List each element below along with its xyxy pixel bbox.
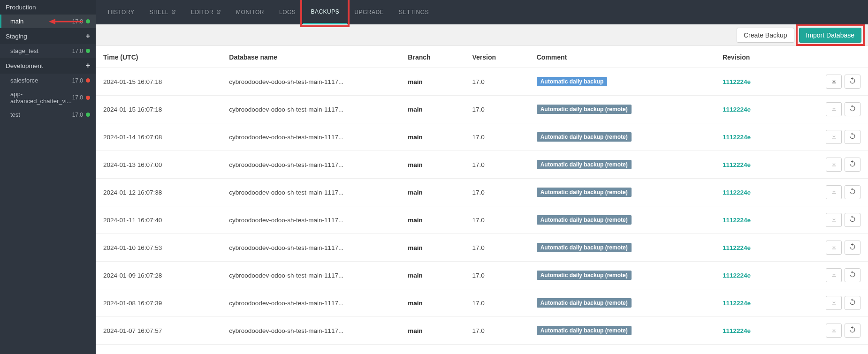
restore-button[interactable] (845, 75, 860, 89)
tab-settings[interactable]: SETTINGS (391, 0, 436, 24)
cell-revision: 1112224e (718, 68, 797, 96)
cell-revision: 1112224e (718, 206, 797, 234)
status-dot-icon (86, 49, 90, 53)
revision-link[interactable]: 1112224e (723, 217, 751, 224)
branch-name: main (408, 161, 423, 168)
sidebar-item-version: 17.0 (72, 18, 83, 25)
sidebar-item-meta: 17.0 (72, 18, 90, 25)
toolbar: Create Backup Import Database (96, 24, 868, 46)
cell-comment: Automatic daily backup (remote) (532, 289, 718, 317)
cell-time: 2024-01-14 16:07:08 (96, 123, 224, 151)
cell-actions (797, 234, 868, 262)
comment-badge: Automatic daily backup (remote) (537, 271, 632, 280)
revision-link[interactable]: 1112224e (723, 78, 751, 85)
table-row: 2024-01-14 16:07:08cybroodoodev-odoo-sh-… (96, 123, 868, 151)
sidebar-item-main[interactable]: main17.0 (0, 15, 96, 28)
table-body: 2024-01-15 16:07:18cybroodoodev-odoo-sh-… (96, 68, 868, 345)
restore-button[interactable] (845, 185, 860, 199)
revision-link[interactable]: 1112224e (723, 272, 751, 279)
comment-badge: Automatic daily backup (remote) (537, 326, 632, 335)
comment-badge: Automatic daily backup (remote) (537, 188, 632, 197)
table-row: 2024-01-08 16:07:39cybroodoodev-odoo-sh-… (96, 289, 868, 317)
revision-link[interactable]: 1112224e (723, 161, 751, 168)
sidebar-item-test[interactable]: test17.0 (0, 108, 96, 121)
status-dot-icon (86, 78, 90, 83)
download-icon (830, 105, 838, 113)
tab-wrap: BACKUPS (303, 0, 347, 24)
comment-badge: Automatic daily backup (remote) (537, 215, 632, 225)
comment-badge: Automatic daily backup (537, 77, 608, 86)
comment-badge: Automatic daily backup (remote) (537, 298, 632, 308)
tab-label: HISTORY (108, 9, 134, 15)
tab-wrap: SHELL (142, 0, 183, 24)
download-button[interactable] (826, 75, 842, 89)
tab-upgrade[interactable]: UPGRADE (347, 0, 391, 24)
restore-button[interactable] (845, 296, 860, 310)
cell-comment: Automatic daily backup (remote) (532, 179, 718, 206)
tab-monitor[interactable]: MONITOR (228, 0, 272, 24)
restore-button[interactable] (845, 213, 860, 227)
sidebar-item-stage-test[interactable]: stage_test17.0 (0, 44, 96, 58)
cell-branch: main (403, 262, 467, 289)
cell-actions (797, 96, 868, 123)
create-backup-button[interactable]: Create Backup (737, 28, 794, 43)
tab-wrap: HISTORY (100, 0, 142, 24)
sidebar-section-header: Staging+ (0, 28, 96, 44)
sidebar-item-version: 17.0 (72, 94, 83, 101)
sidebar-item-version: 17.0 (72, 112, 83, 118)
branch-name: main (408, 272, 423, 279)
table-row: 2024-01-07 16:07:57cybroodoodev-odoo-sh-… (96, 317, 868, 345)
sidebar-section-title: Production (6, 4, 36, 11)
cell-comment: Automatic daily backup (remote) (532, 96, 718, 123)
table-row: 2024-01-09 16:07:28cybroodoodev-odoo-sh-… (96, 262, 868, 289)
cell-comment: Automatic daily backup (remote) (532, 206, 718, 234)
sidebar-item-salesforce[interactable]: salesforce17.0 (0, 74, 96, 87)
tab-label: SETTINGS (399, 9, 429, 15)
restore-button[interactable] (845, 102, 860, 116)
tab-shell[interactable]: SHELL (142, 0, 183, 24)
tab-backups[interactable]: BACKUPS (303, 0, 347, 24)
restore-icon (849, 188, 856, 196)
cell-database: cybroodoodev-odoo-sh-test-main-1117... (224, 234, 403, 262)
revision-link[interactable]: 1112224e (723, 134, 751, 141)
tab-logs[interactable]: LOGS (272, 0, 303, 24)
download-icon (830, 271, 838, 279)
cell-version: 17.0 (468, 234, 532, 262)
import-database-button[interactable]: Import Database (799, 28, 862, 43)
restore-button[interactable] (845, 130, 860, 144)
status-dot-icon (86, 96, 90, 100)
branch-name: main (408, 78, 423, 85)
cell-comment: Automatic daily backup (remote) (532, 234, 718, 262)
restore-icon (849, 133, 856, 141)
revision-link[interactable]: 1112224e (723, 244, 751, 251)
tab-label: BACKUPS (311, 8, 339, 15)
restore-button[interactable] (845, 324, 860, 338)
table-row: 2024-01-13 16:07:00cybroodoodev-odoo-sh-… (96, 151, 868, 179)
sidebar-item-meta: 17.0 (72, 94, 90, 101)
row-actions (801, 130, 860, 144)
restore-button[interactable] (845, 268, 860, 282)
row-actions (801, 185, 860, 199)
cell-revision: 1112224e (718, 123, 797, 151)
row-actions (801, 102, 860, 116)
cell-time: 2024-01-12 16:07:38 (96, 179, 224, 206)
add-branch-button[interactable]: + (86, 61, 90, 70)
revision-link[interactable]: 1112224e (723, 106, 751, 113)
cell-database: cybroodoodev-odoo-sh-test-main-1117... (224, 68, 403, 96)
cell-version: 17.0 (468, 151, 532, 179)
revision-link[interactable]: 1112224e (723, 189, 751, 196)
cell-revision: 1112224e (718, 96, 797, 123)
sidebar-item-app-advanced-chatter-vi-[interactable]: app-advanced_chatter_vi...17.0 (0, 87, 96, 108)
revision-link[interactable]: 1112224e (723, 300, 751, 307)
revision-link[interactable]: 1112224e (723, 327, 751, 334)
add-branch-button[interactable]: + (86, 32, 90, 40)
cell-time: 2024-01-13 16:07:00 (96, 151, 224, 179)
tab-history[interactable]: HISTORY (100, 0, 142, 24)
top-nav: HISTORYSHELLEDITORMONITORLOGSBACKUPSUPGR… (96, 0, 868, 24)
table-header: Time (UTC) Database name Branch Version … (96, 46, 868, 68)
tab-editor[interactable]: EDITOR (183, 0, 228, 24)
status-dot-icon (86, 19, 90, 23)
restore-button[interactable] (845, 241, 860, 255)
restore-button[interactable] (845, 158, 860, 172)
cell-branch: main (403, 206, 467, 234)
